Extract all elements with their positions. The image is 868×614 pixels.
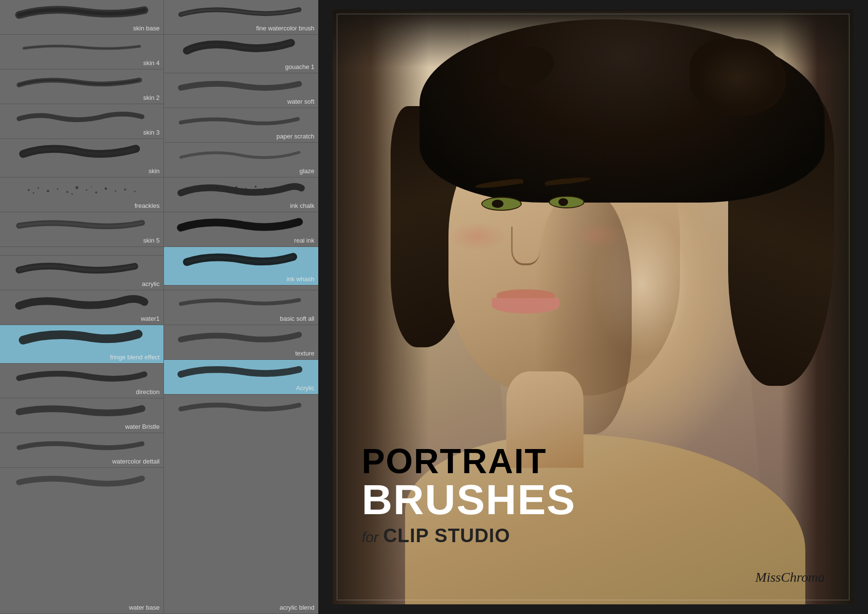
brush-row[interactable]: direction bbox=[0, 364, 163, 398]
brush-row[interactable]: basic soft all bbox=[164, 290, 318, 325]
brush-label: water1 bbox=[141, 315, 160, 324]
svg-point-1 bbox=[38, 188, 39, 189]
brush-row[interactable]: fine watercolor brush bbox=[164, 0, 318, 35]
svg-point-20 bbox=[265, 188, 266, 189]
brush-row[interactable]: watercolor dettail bbox=[0, 433, 163, 468]
brush-label: Acrylic bbox=[296, 384, 314, 393]
brush-label: paper scratch bbox=[276, 133, 314, 141]
brush-column-left: skin base skin 4 skin 2 bbox=[0, 0, 164, 614]
brush-row[interactable]: water base bbox=[0, 468, 163, 614]
brush-label: watercolor dettail bbox=[112, 458, 160, 466]
title-portrait: PORTRAIT bbox=[362, 444, 576, 478]
svg-point-4 bbox=[67, 191, 68, 193]
brush-label: fine watercolor brush bbox=[256, 25, 314, 33]
brush-label: glaze bbox=[299, 167, 314, 176]
brush-row[interactable]: water Bristle bbox=[0, 398, 163, 433]
brush-row[interactable]: ink chalk bbox=[164, 177, 318, 212]
portrait-text-block: PORTRAIT BRUSHES for CLIP STUDIO bbox=[362, 444, 576, 546]
subtitle-for: for bbox=[362, 529, 379, 545]
svg-point-3 bbox=[57, 189, 58, 190]
left-panel: skin base skin 4 skin 2 bbox=[0, 0, 318, 614]
brush-label: real ink bbox=[294, 237, 314, 246]
brush-row[interactable]: real ink bbox=[164, 212, 318, 247]
svg-point-8 bbox=[105, 188, 107, 190]
brush-row[interactable]: skin 5 bbox=[0, 212, 163, 247]
brush-row[interactable]: skin 2 bbox=[0, 69, 163, 104]
brush-row[interactable]: glaze bbox=[164, 143, 318, 177]
brush-label: water base bbox=[129, 604, 160, 613]
svg-point-7 bbox=[95, 191, 97, 193]
svg-point-9 bbox=[115, 191, 116, 192]
brush-label: ink chalk bbox=[290, 202, 314, 211]
svg-point-13 bbox=[71, 193, 73, 195]
subtitle-app: CLIP STUDIO bbox=[383, 525, 510, 546]
brush-label: gouache 1 bbox=[285, 63, 314, 72]
brush-row[interactable]: Acrylic bbox=[164, 360, 318, 395]
svg-point-0 bbox=[28, 189, 30, 191]
svg-point-16 bbox=[226, 189, 228, 190]
svg-point-10 bbox=[124, 189, 126, 191]
svg-point-14 bbox=[91, 186, 92, 187]
brush-row[interactable]: skin 4 bbox=[0, 35, 163, 69]
portrait-container: PORTRAIT BRUSHES for CLIP STUDIO MissChr… bbox=[333, 10, 854, 604]
svg-point-2 bbox=[47, 190, 49, 192]
brush-row[interactable]: water1 bbox=[0, 290, 163, 325]
brush-row[interactable]: skin bbox=[0, 139, 163, 177]
brush-label: water Bristle bbox=[125, 423, 160, 432]
svg-point-5 bbox=[76, 186, 79, 189]
brush-label: skin 3 bbox=[143, 129, 160, 137]
brush-label: fringe blend effect bbox=[110, 354, 160, 362]
brush-label: skin base bbox=[133, 25, 160, 33]
brush-label: ink whash bbox=[286, 275, 314, 284]
brush-row[interactable]: acrylic bbox=[0, 256, 163, 290]
brush-row[interactable]: ink whash bbox=[164, 247, 318, 286]
brush-row[interactable]: skin 3 bbox=[0, 104, 163, 139]
svg-point-6 bbox=[86, 190, 87, 191]
brush-label: freackles bbox=[135, 202, 160, 211]
brush-label: skin 5 bbox=[143, 237, 160, 246]
author-signature: MissChroma bbox=[755, 570, 825, 585]
brush-label: texture bbox=[295, 350, 314, 358]
svg-point-17 bbox=[235, 186, 237, 188]
brush-row[interactable]: freackles bbox=[0, 177, 163, 212]
brush-label: basic soft all bbox=[280, 315, 314, 324]
brush-row[interactable]: skin base bbox=[0, 0, 163, 35]
svg-point-12 bbox=[33, 192, 34, 194]
title-brushes: BRUSHES bbox=[362, 478, 576, 521]
brush-row[interactable]: gouache 1 bbox=[164, 35, 318, 73]
brush-label: skin 2 bbox=[143, 94, 160, 103]
brush-row[interactable]: fringe blend effect bbox=[0, 325, 163, 364]
brush-label: acrylic blend bbox=[280, 604, 314, 613]
brush-label: acrylic bbox=[142, 280, 160, 289]
brush-label: water soft bbox=[287, 98, 314, 107]
svg-point-18 bbox=[245, 188, 247, 190]
brush-row[interactable]: water soft bbox=[164, 73, 318, 108]
brush-column-right: fine watercolor brush gouache 1 water so… bbox=[164, 0, 318, 614]
svg-point-15 bbox=[216, 187, 218, 189]
brush-label: skin 4 bbox=[143, 59, 160, 68]
svg-point-19 bbox=[255, 186, 257, 188]
right-panel: PORTRAIT BRUSHES for CLIP STUDIO MissChr… bbox=[318, 0, 868, 614]
brush-label: direction bbox=[136, 388, 160, 397]
brush-row[interactable]: paper scratch bbox=[164, 108, 318, 143]
brush-row[interactable]: acrylic blend bbox=[164, 395, 318, 614]
brush-label: skin bbox=[149, 167, 160, 176]
brush-row[interactable]: texture bbox=[164, 325, 318, 360]
svg-point-11 bbox=[134, 191, 136, 192]
subtitle: for CLIP STUDIO bbox=[362, 525, 576, 546]
